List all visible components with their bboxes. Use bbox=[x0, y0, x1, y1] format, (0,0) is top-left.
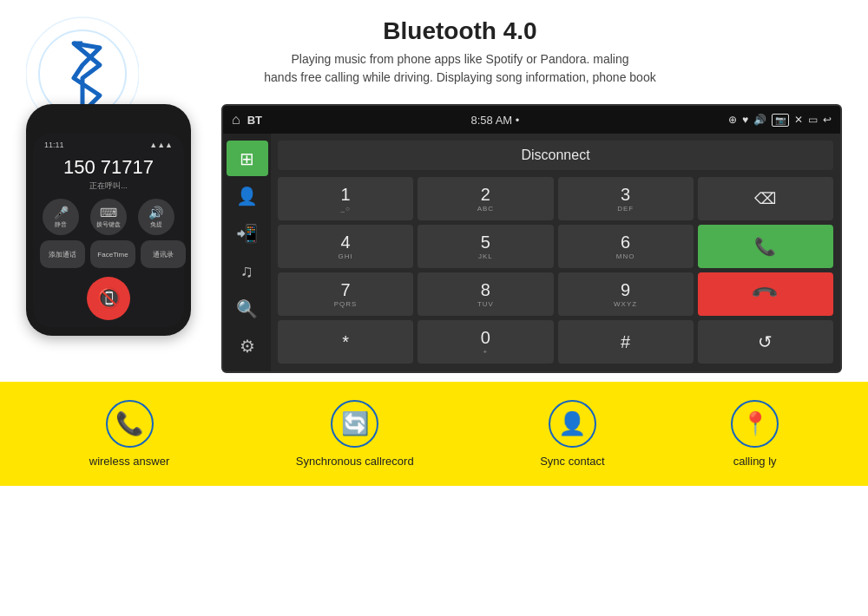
dial-key-15[interactable]: ↺ bbox=[698, 320, 833, 364]
sidebar-call-transfer[interactable]: 📲 bbox=[227, 216, 268, 252]
feature-label-1: Synchronous callrecord bbox=[296, 455, 414, 468]
dialpad-button[interactable]: ⌨ 拨号键盘 bbox=[90, 199, 127, 235]
dial-key-2[interactable]: 3DEF bbox=[558, 177, 694, 220]
speaker-button[interactable]: 🔊 免提 bbox=[138, 199, 174, 235]
dial-key-4[interactable]: 4GHI bbox=[278, 225, 413, 268]
feature-icon-2: 👤 bbox=[549, 400, 596, 448]
phone-frame: 11:11 ▲▲▲ 150 71717 正在呼叫... 🎤 静音 ⌨ 拨号键盘 bbox=[26, 104, 191, 336]
time-display: 8:58 AM • bbox=[471, 114, 520, 127]
car-display: ⌂ BT 8:58 AM • ⊕ ♥ 🔊 📷 ✕ ▭ ↩ ⊞ 👤 📲 bbox=[221, 104, 842, 373]
feature-icon-0: 📞 bbox=[106, 400, 154, 448]
dial-key-13[interactable]: 0+ bbox=[418, 320, 553, 364]
dial-key-8[interactable]: 7PQRS bbox=[278, 272, 413, 316]
feature-item-1: 🔄Synchronous callrecord bbox=[296, 400, 414, 468]
call-extra-buttons: 添加通话 FaceTime 通讯录 bbox=[40, 240, 177, 268]
car-status-bar: ⌂ BT 8:58 AM • ⊕ ♥ 🔊 📷 ✕ ▭ ↩ bbox=[223, 106, 840, 134]
feature-label-2: Sync contact bbox=[540, 455, 604, 468]
close-icon[interactable]: ✕ bbox=[794, 114, 803, 126]
phone-notch bbox=[78, 113, 139, 130]
wifi-icon: ♥ bbox=[742, 114, 748, 126]
dialpad: 1_○2ABC3DEF⌫4GHI5JKL6MNO📞7PQRS8TUV9WXYZ📞… bbox=[278, 177, 833, 364]
dial-key-6[interactable]: 6MNO bbox=[558, 225, 694, 268]
phone-screen: 11:11 ▲▲▲ 150 71717 正在呼叫... 🎤 静音 ⌨ 拨号键盘 bbox=[33, 134, 184, 327]
call-number: 150 71717 bbox=[40, 156, 177, 179]
call-controls: 🎤 静音 ⌨ 拨号键盘 🔊 免提 bbox=[40, 199, 177, 235]
dial-key-10[interactable]: 9WXYZ bbox=[558, 272, 694, 316]
facetime-button[interactable]: FaceTime bbox=[90, 240, 135, 268]
sidebar-music[interactable]: ♫ bbox=[227, 253, 268, 289]
dial-key-7[interactable]: 📞 bbox=[698, 225, 833, 268]
sidebar-dialpad[interactable]: ⊞ bbox=[227, 141, 268, 176]
middle-section: 11:11 ▲▲▲ 150 71717 正在呼叫... 🎤 静音 ⌨ 拨号键盘 bbox=[0, 95, 868, 382]
camera-icon[interactable]: 📷 bbox=[772, 114, 789, 127]
dial-key-3[interactable]: ⌫ bbox=[698, 177, 833, 220]
call-status: 正在呼叫... bbox=[40, 180, 177, 192]
end-call-button[interactable]: 📵 bbox=[87, 277, 130, 320]
sidebar-search[interactable]: 🔍 bbox=[227, 291, 268, 326]
feature-item-3: 📍calling ly bbox=[731, 400, 779, 468]
top-section: Bluetooth 4.0 Playing music from phone a… bbox=[0, 0, 868, 95]
dial-key-11[interactable]: 📞 bbox=[698, 272, 833, 316]
feature-label-0: wireless answer bbox=[89, 455, 169, 468]
feature-item-2: 👤Sync contact bbox=[540, 400, 604, 468]
car-sidebar: ⊞ 👤 📲 ♫ 🔍 ⚙ bbox=[223, 134, 271, 371]
page-title: Bluetooth 4.0 bbox=[264, 17, 655, 45]
add-call-button[interactable]: 添加通话 bbox=[40, 240, 85, 268]
description-line2: hands free calling while driving. Displa… bbox=[264, 70, 655, 84]
location-icon: ⊕ bbox=[728, 114, 737, 126]
back-icon[interactable]: ↩ bbox=[823, 114, 832, 126]
feature-icon-1: 🔄 bbox=[331, 400, 378, 448]
mute-button[interactable]: 🎤 静音 bbox=[43, 199, 79, 235]
window-icon[interactable]: ▭ bbox=[808, 114, 818, 126]
disconnect-bar[interactable]: Disconnect bbox=[278, 141, 833, 170]
phone-signal: ▲▲▲ bbox=[149, 141, 173, 149]
status-icons: ⊕ ♥ 🔊 📷 ✕ ▭ ↩ bbox=[728, 114, 832, 127]
feature-item-0: 📞wireless answer bbox=[89, 400, 169, 468]
header-text: Bluetooth 4.0 Playing music from phone a… bbox=[264, 17, 655, 87]
home-icon[interactable]: ⌂ bbox=[232, 112, 240, 128]
phone-status-bar: 11:11 ▲▲▲ bbox=[40, 141, 177, 153]
car-main: ⊞ 👤 📲 ♫ 🔍 ⚙ Disconnect 1_○2ABC3DEF⌫4GHI5… bbox=[223, 134, 840, 371]
contacts-button[interactable]: 通讯录 bbox=[141, 240, 186, 268]
dial-key-12[interactable]: * bbox=[278, 320, 413, 364]
dial-key-5[interactable]: 5JKL bbox=[418, 225, 553, 268]
feature-label-3: calling ly bbox=[733, 455, 777, 468]
bt-label: BT bbox=[247, 114, 262, 127]
bottom-section: 📞wireless answer🔄Synchronous callrecord👤… bbox=[0, 382, 868, 486]
description-line1: Playing music from phone apps like Spoti… bbox=[291, 52, 628, 66]
end-call-icon: 📵 bbox=[97, 287, 121, 310]
volume-icon: 🔊 bbox=[753, 114, 766, 126]
sidebar-settings[interactable]: ⚙ bbox=[227, 329, 268, 364]
dial-key-1[interactable]: 2ABC bbox=[418, 177, 553, 220]
sidebar-contacts[interactable]: 👤 bbox=[227, 178, 268, 213]
dial-key-9[interactable]: 8TUV bbox=[418, 272, 553, 316]
phone-container: 11:11 ▲▲▲ 150 71717 正在呼叫... 🎤 静音 ⌨ 拨号键盘 bbox=[26, 104, 195, 336]
dial-key-14[interactable]: # bbox=[558, 320, 694, 364]
dial-key-0[interactable]: 1_○ bbox=[278, 177, 413, 220]
phone-time: 11:11 bbox=[44, 141, 64, 149]
feature-icon-3: 📍 bbox=[731, 400, 779, 448]
car-content: Disconnect 1_○2ABC3DEF⌫4GHI5JKL6MNO📞7PQR… bbox=[271, 134, 840, 371]
